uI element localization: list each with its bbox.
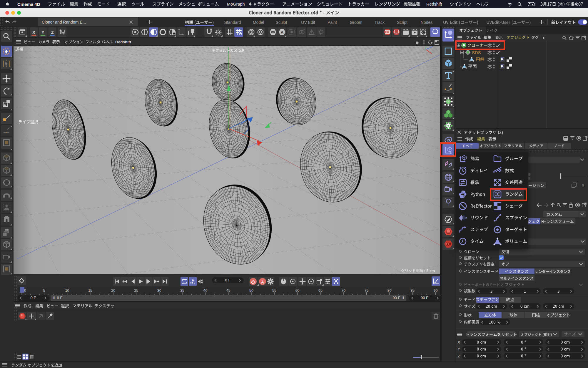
svg-text:RV: RV xyxy=(386,31,389,33)
svg-text:A: A xyxy=(281,30,284,34)
svg-text:A: A xyxy=(192,279,194,282)
